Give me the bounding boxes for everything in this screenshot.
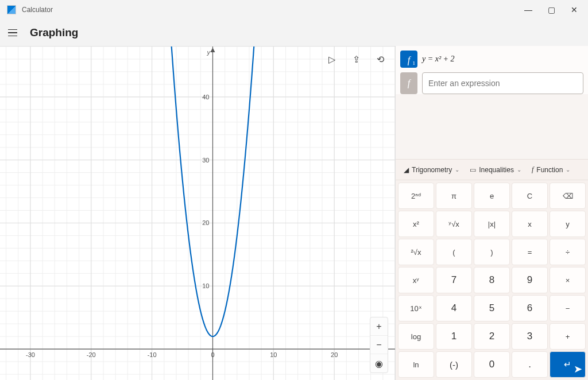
svg-text:-10: -10: [148, 351, 157, 358]
key-y[interactable]: y: [550, 211, 586, 237]
app-title: Calculator: [22, 6, 53, 14]
svg-text:0: 0: [211, 351, 214, 358]
key-[interactable]: (-): [436, 351, 472, 378]
share-icon[interactable]: ⇪: [348, 51, 364, 67]
key-[interactable]: ): [474, 239, 510, 265]
key-ln[interactable]: ln: [398, 351, 434, 378]
header: Graphing: [0, 20, 588, 46]
key-2[interactable]: 2: [474, 323, 510, 350]
key-[interactable]: ×: [550, 267, 586, 293]
key-[interactable]: ÷: [550, 239, 586, 265]
function-expression-1: y = x² + 2: [422, 55, 455, 64]
key-9[interactable]: 9: [512, 267, 548, 293]
title-bar: Calculator — ▢ ✕: [0, 0, 588, 20]
key-[interactable]: π: [436, 183, 472, 209]
svg-text:y: y: [206, 49, 211, 56]
key-x[interactable]: ²√x: [398, 239, 434, 265]
key-x[interactable]: |x|: [474, 211, 510, 237]
key-0[interactable]: 0: [474, 351, 510, 378]
mode-title: Graphing: [30, 26, 78, 39]
app-icon: [7, 5, 16, 14]
svg-text:10: 10: [270, 351, 277, 358]
right-panel: f y = x² + 2 f ◢Trigonometry⌄ ▭Inequalit…: [395, 46, 588, 380]
tab-function[interactable]: fFunction⌄: [528, 163, 574, 176]
zoom-out-button[interactable]: −: [370, 336, 388, 354]
key-[interactable]: −: [550, 295, 586, 321]
key-8[interactable]: 8: [474, 267, 510, 293]
close-button[interactable]: ✕: [563, 1, 586, 18]
key-[interactable]: =: [512, 239, 548, 265]
key-[interactable]: (: [436, 239, 472, 265]
key-4[interactable]: 4: [436, 295, 472, 321]
trace-icon[interactable]: ▷: [324, 51, 340, 67]
expression-input[interactable]: [422, 72, 583, 94]
graph-canvas[interactable]: -30-20-100102010203040y ▷ ⇪ ⟲ + − ◉: [0, 46, 395, 380]
menu-button[interactable]: [8, 26, 22, 40]
graph-svg: -30-20-100102010203040y: [0, 46, 395, 380]
function-input-row: f: [400, 72, 583, 94]
key-[interactable]: ↵: [550, 351, 586, 378]
function-badge-1: f: [400, 51, 417, 68]
function-input-badge: f: [400, 72, 417, 94]
key-3[interactable]: 3: [512, 323, 548, 350]
svg-text:20: 20: [331, 351, 338, 358]
minimize-button[interactable]: —: [517, 1, 540, 18]
svg-text:40: 40: [202, 94, 209, 100]
key-e[interactable]: e: [474, 183, 510, 209]
key-7[interactable]: 7: [436, 267, 472, 293]
key-x[interactable]: x²: [398, 211, 434, 237]
key-5[interactable]: 5: [474, 295, 510, 321]
svg-text:-30: -30: [26, 351, 35, 358]
key-x[interactable]: x: [512, 211, 548, 237]
key-c[interactable]: C: [512, 183, 548, 209]
svg-marker-74: [210, 48, 215, 52]
function-row-1[interactable]: f y = x² + 2: [400, 51, 583, 68]
category-tabs: ◢Trigonometry⌄ ▭Inequalities⌄ fFunction⌄: [396, 159, 588, 180]
keypad: 2ⁿᵈπeC⌫x²ʸ√x|x|xy²√x()=÷xʸ789×10ˣ456−log…: [396, 180, 588, 380]
key-[interactable]: +: [550, 323, 586, 350]
key-x[interactable]: xʸ: [398, 267, 434, 293]
key-1[interactable]: 1: [436, 323, 472, 350]
key-x[interactable]: ʸ√x: [436, 211, 472, 237]
key-2[interactable]: 2ⁿᵈ: [398, 183, 434, 209]
graph-options-icon[interactable]: ⟲: [372, 51, 388, 67]
tab-inequalities[interactable]: ▭Inequalities⌄: [466, 163, 525, 176]
tab-trigonometry[interactable]: ◢Trigonometry⌄: [400, 163, 463, 176]
key-[interactable]: .: [512, 351, 548, 378]
svg-text:20: 20: [202, 219, 209, 226]
key-6[interactable]: 6: [512, 295, 548, 321]
zoom-in-button[interactable]: +: [370, 317, 388, 336]
maximize-button[interactable]: ▢: [540, 1, 563, 18]
key-[interactable]: ⌫: [550, 183, 586, 209]
zoom-fit-button[interactable]: ◉: [370, 354, 388, 373]
svg-text:-20: -20: [87, 351, 96, 358]
svg-text:10: 10: [202, 282, 209, 289]
key-log[interactable]: log: [398, 323, 434, 350]
key-10[interactable]: 10ˣ: [398, 295, 434, 321]
svg-text:30: 30: [202, 157, 209, 164]
